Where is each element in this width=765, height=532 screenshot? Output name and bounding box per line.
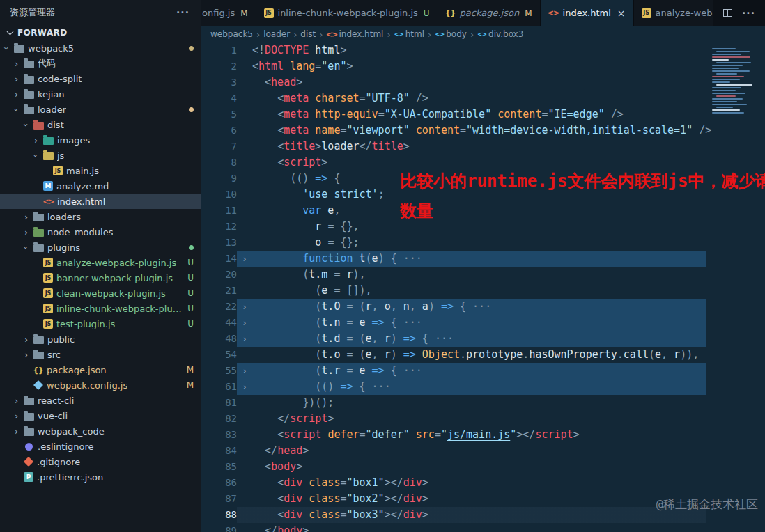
tree-item-item[interactable]: ›代码 [0, 56, 201, 71]
tree-item-node-modules[interactable]: ›node_modules [0, 224, 201, 240]
tree-item-public[interactable]: ›public [0, 331, 201, 347]
code-text: })(); [252, 395, 765, 411]
code-line-10[interactable]: 10 'use strict'; [201, 187, 765, 203]
breadcrumb-item-loader[interactable]: loader [263, 29, 290, 39]
workspace-section-header[interactable]: FORWARD [0, 25, 201, 40]
code-line-44[interactable]: 44› (t.n = e => { ··· [201, 315, 765, 331]
tree-item-label: images [57, 135, 90, 146]
code-line-3[interactable]: 3 <head> [201, 75, 765, 91]
fold-gutter [237, 443, 252, 459]
tree-item-dist[interactable]: ›dist [0, 117, 201, 132]
fold-chevron-icon[interactable]: › [237, 251, 252, 267]
breadcrumb-separator-icon: › [256, 29, 260, 40]
tree-item-analyze-webpack-plugin-js[interactable]: ›JSanalyze-webpack-plugin.jsU [0, 255, 201, 270]
code-line-8[interactable]: 8 <script> [201, 155, 765, 171]
tree-item-clean-webpack-plugin-js[interactable]: ›JSclean-webpack-plugin.jsU [0, 285, 201, 301]
code-text: (t.O = (r, o, n, a) => { ··· [252, 299, 765, 315]
code-line-86[interactable]: 86 <div class="box1"></div> [201, 475, 765, 491]
tab-analyze-webpack[interactable]: JSanalyze-webpack↺ [634, 0, 713, 26]
code-line-13[interactable]: 13 o = {}; [201, 235, 765, 251]
breadcrumb-item-html[interactable]: <>html [394, 29, 424, 39]
code-line-83[interactable]: 83 <script defer="defer" src="js/main.js… [201, 427, 765, 443]
split-editor-icon[interactable] [723, 9, 732, 17]
code-line-2[interactable]: 2<html lang="en"> [201, 58, 765, 75]
code-line-55[interactable]: 55› (t.r = e => { ··· [201, 363, 765, 379]
code-editor[interactable]: 1<!DOCTYPE html>2<html lang="en">3 <head… [201, 42, 765, 532]
code-line-6[interactable]: 6 <meta name="viewport" content="width=d… [201, 123, 765, 139]
tree-item-analyze-md[interactable]: ›Manalyze.md [0, 178, 201, 194]
code-line-14[interactable]: 14› function t(e) { ··· [201, 251, 765, 267]
breadcrumb-item-div-box3[interactable]: <>div.box3 [477, 29, 523, 39]
explorer-more-icon[interactable]: ··· [176, 7, 190, 18]
tree-item-banner-webpack-plugin-js[interactable]: ›JSbanner-webpack-plugin.jsU [0, 270, 201, 285]
tree-item-vue-cli[interactable]: ›vue-cli [0, 408, 201, 423]
tree-item-package-json[interactable]: ›{}package.jsonM [0, 362, 201, 377]
code-line-5[interactable]: 5 <meta http-equiv="X-UA-Compatible" con… [201, 107, 765, 123]
code-line-9[interactable]: 9 (() => { [201, 171, 765, 187]
code-line-48[interactable]: 48› (t.d = (e, r) => { ··· [201, 331, 765, 347]
code-line-7[interactable]: 7 <title>loader</title> [201, 139, 765, 155]
tree-item-loader[interactable]: ›loader [0, 102, 201, 117]
more-actions-icon[interactable]: ··· [742, 8, 755, 19]
code-line-85[interactable]: 85 <body> [201, 459, 765, 475]
tree-item-eslintignore[interactable]: ›.eslintignore [0, 439, 201, 454]
minimap-line [712, 59, 729, 61]
breadcrumb-item-index-html[interactable]: <>index.html [326, 29, 383, 39]
code-line-21[interactable]: 21 (e = []), [201, 283, 765, 299]
close-icon[interactable]: × [617, 8, 626, 19]
breadcrumb-item-body[interactable]: <>body [435, 29, 467, 39]
tree-item-test-plugin-js[interactable]: ›JStest-plugin.jsU [0, 316, 201, 331]
code-line-81[interactable]: 81 })(); [201, 395, 765, 411]
fold-gutter [237, 219, 252, 235]
minimap-line [712, 101, 737, 102]
tab-package-json[interactable]: {}package.jsonM [438, 0, 541, 26]
fold-chevron-icon[interactable]: › [237, 379, 252, 395]
tree-item-webpack5[interactable]: ›webpack5 [0, 40, 201, 56]
code-line-20[interactable]: 20 (t.m = r), [201, 267, 765, 283]
code-line-12[interactable]: 12 r = {}, [201, 219, 765, 235]
tree-item-code-split[interactable]: ›code-split [0, 71, 201, 86]
fold-gutter [237, 171, 252, 187]
code-line-11[interactable]: 11 var e, [201, 203, 765, 219]
fold-chevron-icon[interactable]: › [237, 331, 252, 347]
tree-item-label: index.html [57, 196, 105, 207]
tree-item-webpack-code[interactable]: ›webpack_code [0, 423, 201, 439]
breadcrumb-item-webpack5[interactable]: webpack5 [210, 29, 253, 39]
tree-item-kejian[interactable]: ›kejian [0, 86, 201, 102]
tree-item-plugins[interactable]: ›plugins [0, 240, 201, 255]
tree-item-js[interactable]: ›js [0, 148, 201, 163]
fold-chevron-icon[interactable]: › [237, 299, 252, 315]
tree-item-index-html[interactable]: ›<>index.html [0, 194, 201, 209]
tree-item-inline-chunk-webpack-plugin-js[interactable]: ›JSinline-chunk-webpack-plugin.jsU [0, 301, 201, 316]
code-line-1[interactable]: 1<!DOCTYPE html> [201, 42, 765, 58]
code-line-89[interactable]: 89 </body> [201, 523, 765, 532]
tree-item-loaders[interactable]: ›loaders [0, 209, 201, 224]
tree-item-main-js[interactable]: ›JSmain.js [0, 163, 201, 178]
json-icon: {} [446, 8, 456, 18]
js-icon: JS [53, 166, 63, 175]
tab-index-html[interactable]: <>index.html× [541, 0, 634, 26]
tab-onfig-js[interactable]: onfig.jsM [201, 0, 256, 26]
code-line-22[interactable]: 22› (t.O = (r, o, n, a) => { ··· [201, 299, 765, 315]
line-content: })(); [237, 395, 765, 411]
code-line-4[interactable]: 4 <meta charset="UTF-8" /> [201, 91, 765, 107]
tree-item-src[interactable]: ›src [0, 347, 201, 362]
minimap[interactable] [705, 42, 765, 125]
fold-chevron-icon[interactable]: › [237, 315, 252, 331]
tree-item-react-cli[interactable]: ›react-cli [0, 393, 201, 408]
tab-inline-chunk-webpack-plugin-js[interactable]: JSinline-chunk-webpack-plugin.jsU [256, 0, 438, 26]
tree-item-prettierrc-json[interactable]: ›P.prettierrc.json [0, 469, 201, 485]
code-text: </head> [252, 443, 765, 459]
git-status-badge: M [187, 380, 194, 390]
code-line-61[interactable]: 61› (() => { ··· [201, 379, 765, 395]
line-number: 2 [201, 58, 237, 75]
tree-item-images[interactable]: ›images [0, 132, 201, 148]
code-line-54[interactable]: 54 (t.o = (e, r) => Object.prototype.has… [201, 347, 765, 363]
tree-item-label: webpack5 [28, 43, 74, 54]
tree-item-webpack-config-js[interactable]: ›webpack.config.jsM [0, 377, 201, 393]
code-line-84[interactable]: 84 </head> [201, 443, 765, 459]
tree-item-gitignore[interactable]: ›.gitignore [0, 454, 201, 469]
fold-chevron-icon[interactable]: › [237, 363, 252, 379]
breadcrumb-item-dist[interactable]: dist [300, 29, 316, 39]
code-line-82[interactable]: 82 </script> [201, 411, 765, 427]
